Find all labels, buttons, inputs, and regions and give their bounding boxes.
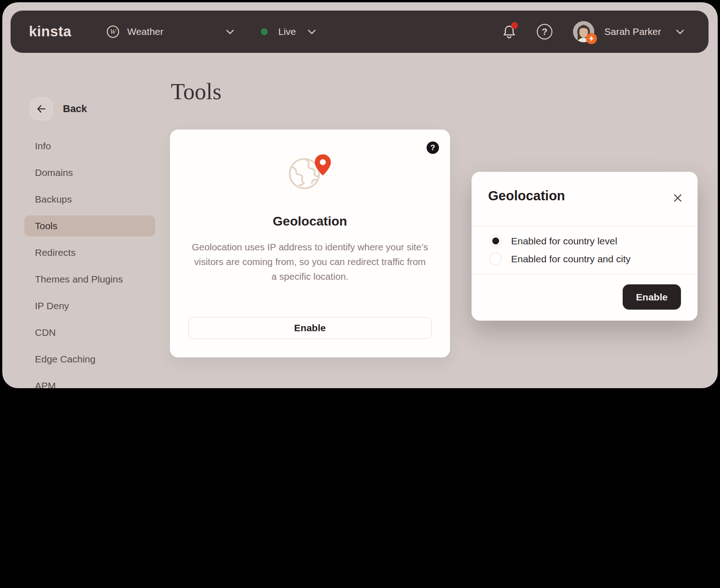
environment-selector[interactable]: Live [278,26,296,37]
user-menu[interactable]: Sarah Parker [604,26,661,37]
option-country-level[interactable]: Enabled for country level [489,235,617,247]
back-arrow-icon [36,103,47,114]
modal-title: Geolocation [488,188,565,204]
live-status-dot [261,28,268,35]
app-window: kinsta W Weather Live ? [2,2,718,388]
sidebar-item-label: CDN [35,327,56,338]
card-description: Geolocation uses IP address to identify … [191,240,429,284]
globe-pin-icon [286,153,334,190]
modal-enable-button[interactable]: Enable [623,284,681,310]
geolocation-card: ? Geolocation Geolocation uses IP addres… [170,130,450,357]
sidebar-item-domains[interactable]: Domains [24,162,155,183]
option-label: Enabled for country level [511,236,617,247]
sidebar-item-tools[interactable]: Tools [24,215,155,237]
chevron-down-icon[interactable] [306,26,317,37]
lightning-badge-icon [586,33,597,44]
page-title: Tools [171,78,221,105]
help-badge-icon[interactable]: ? [427,141,439,154]
sidebar-item-label: Info [35,141,51,152]
sidebar-item-label: Themes and Plugins [35,274,123,285]
sidebar-item-label: Redirects [35,247,76,258]
kinsta-logo[interactable]: kinsta [29,23,72,40]
back-button[interactable] [30,97,53,120]
help-icon[interactable]: ? [537,24,552,40]
back-label: Back [63,103,87,115]
chevron-down-icon[interactable] [225,26,236,37]
site-selector[interactable]: Weather [127,26,163,37]
radio-country-and-city[interactable] [489,253,502,265]
geolocation-modal: Geolocation Enabled for country level En… [472,172,698,321]
avatar[interactable] [573,21,594,42]
divider [472,226,698,226]
top-navbar: kinsta W Weather Live ? [11,11,709,53]
svg-text:W: W [110,28,117,35]
sidebar-item-cdn[interactable]: CDN [24,322,155,343]
close-icon[interactable] [671,191,685,205]
sidebar-item-label: Backups [35,194,72,205]
radio-country-level[interactable] [489,235,502,247]
sidebar-item-label: Tools [35,220,57,232]
option-country-and-city[interactable]: Enabled for country and city [489,253,630,265]
notification-dot [511,22,518,29]
wordpress-icon: W [107,25,119,38]
sidebar-item-label: APM [35,380,56,388]
sidebar-item-info[interactable]: Info [24,136,155,157]
notifications-bell-icon[interactable] [501,23,518,40]
sidebar-item-ip-deny[interactable]: IP Deny [24,295,155,317]
option-label: Enabled for country and city [511,254,630,265]
sidebar-item-themes-and-plugins[interactable]: Themes and Plugins [24,269,155,290]
sidebar-item-label: Domains [35,167,73,178]
sidebar-item-backups[interactable]: Backups [24,189,155,210]
back-row: Back [30,97,87,120]
sidebar-nav: Info Domains Backups Tools Redirects The… [24,136,155,388]
chevron-down-icon[interactable] [675,26,686,37]
sidebar-item-apm[interactable]: APM [24,375,155,388]
card-title: Geolocation [170,214,450,229]
sidebar-item-edge-caching[interactable]: Edge Caching [24,349,155,370]
enable-button[interactable]: Enable [188,317,432,339]
sidebar-item-label: IP Deny [35,300,69,311]
sidebar-item-redirects[interactable]: Redirects [24,242,155,263]
divider [472,274,698,274]
sidebar-item-label: Edge Caching [35,354,96,365]
